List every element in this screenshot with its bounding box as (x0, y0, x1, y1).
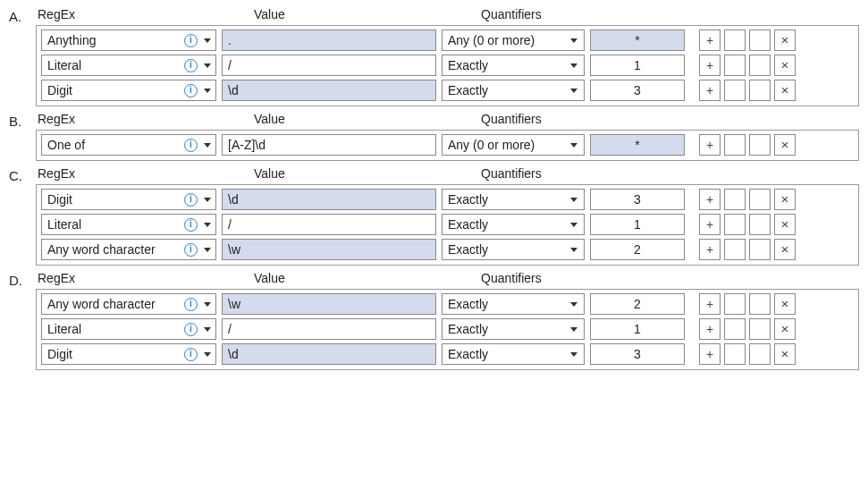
delete-button[interactable]: × (774, 239, 796, 260)
regex-dropdown[interactable]: Literali (41, 318, 216, 340)
delete-button[interactable]: × (774, 134, 796, 156)
move-up-button[interactable] (724, 134, 746, 156)
quantifier-dropdown-label: Any (0 or more) (448, 138, 535, 152)
row-actions: +× (699, 134, 796, 156)
section-content: RegExValueQuantifiersAnythingi.Any (0 or… (36, 7, 859, 106)
add-button[interactable]: + (699, 318, 721, 340)
move-up-button[interactable] (724, 293, 746, 315)
add-button[interactable]: + (699, 80, 721, 101)
quantifier-dropdown[interactable]: Exactly (442, 318, 585, 340)
regex-dropdown[interactable]: One ofi (41, 134, 216, 156)
info-icon[interactable]: i (184, 193, 198, 207)
section: B.RegExValueQuantifiersOne ofi[A-Z]\dAny… (9, 112, 859, 161)
add-button[interactable]: + (699, 293, 721, 315)
info-icon[interactable]: i (184, 348, 198, 361)
quantifier-dropdown[interactable]: Exactly (442, 189, 585, 210)
delete-button[interactable]: × (774, 293, 796, 315)
move-down-button[interactable] (749, 30, 771, 51)
add-button[interactable]: + (699, 30, 721, 51)
move-up-button[interactable] (724, 80, 746, 101)
delete-button[interactable]: × (774, 343, 796, 365)
move-down-button[interactable] (749, 293, 771, 315)
move-down-button[interactable] (749, 318, 771, 340)
regex-dropdown[interactable]: Any word characteri (41, 293, 216, 315)
plus-icon: + (706, 58, 713, 72)
move-down-button[interactable] (749, 55, 771, 76)
count-field[interactable]: 1 (590, 55, 685, 76)
move-up-button[interactable] (724, 318, 746, 340)
regex-dropdown[interactable]: Digiti (41, 80, 216, 101)
add-button[interactable]: + (699, 343, 721, 365)
quantifier-dropdown[interactable]: Exactly (442, 214, 585, 235)
info-icon[interactable]: i (184, 84, 198, 97)
move-up-button[interactable] (724, 189, 746, 210)
value-field[interactable]: [A-Z]\d (222, 134, 436, 156)
info-icon[interactable]: i (184, 298, 198, 311)
section-letter: C. (9, 166, 36, 183)
quantifier-dropdown[interactable]: Any (0 or more) (442, 30, 585, 51)
count-field[interactable]: 3 (590, 80, 685, 101)
move-down-button[interactable] (749, 214, 771, 235)
row-actions: +× (699, 343, 796, 365)
quantifier-dropdown[interactable]: Exactly (442, 343, 585, 365)
info-icon[interactable]: i (184, 243, 198, 257)
value-field[interactable]: / (222, 55, 436, 76)
value-field[interactable]: / (222, 318, 436, 340)
add-button[interactable]: + (699, 214, 721, 235)
caret-down-icon (570, 89, 577, 93)
regex-dropdown[interactable]: Digiti (41, 189, 216, 210)
add-button[interactable]: + (699, 189, 721, 210)
caret-down-icon (204, 143, 211, 148)
delete-button[interactable]: × (774, 80, 796, 101)
count-field[interactable]: 2 (590, 293, 685, 315)
quantifier-dropdown[interactable]: Exactly (442, 239, 585, 260)
section-letter: B. (9, 112, 36, 129)
regex-dropdown[interactable]: Digiti (41, 343, 216, 365)
info-icon[interactable]: i (184, 34, 198, 47)
regex-dropdown[interactable]: Literali (41, 214, 216, 235)
add-button[interactable]: + (699, 239, 721, 260)
quantifier-dropdown[interactable]: Exactly (442, 80, 585, 101)
move-up-button[interactable] (724, 239, 746, 260)
info-icon[interactable]: i (184, 218, 198, 232)
count-field[interactable]: 3 (590, 343, 685, 365)
count-field[interactable]: 2 (590, 239, 685, 260)
move-up-button[interactable] (724, 214, 746, 235)
triangle-up-icon (729, 350, 740, 359)
quantifier-dropdown[interactable]: Exactly (442, 55, 585, 76)
move-down-button[interactable] (749, 189, 771, 210)
delete-button[interactable]: × (774, 214, 796, 235)
info-icon[interactable]: i (184, 323, 198, 336)
count-field[interactable]: 3 (590, 189, 685, 210)
regex-dropdown[interactable]: Literali (41, 55, 216, 76)
move-down-button[interactable] (749, 134, 771, 156)
count-field: * (590, 134, 685, 156)
move-down-button[interactable] (749, 343, 771, 365)
regex-dropdown[interactable]: Any word characteri (41, 239, 216, 260)
close-icon: × (780, 33, 788, 47)
caret-down-icon (204, 352, 211, 357)
count-field[interactable]: 1 (590, 214, 685, 235)
move-down-button[interactable] (749, 239, 771, 260)
quantifier-dropdown[interactable]: Exactly (442, 293, 585, 315)
add-button[interactable]: + (699, 134, 721, 156)
rows-container: Anythingi.Any (0 or more)*+×Literali/Exa… (36, 25, 859, 106)
delete-button[interactable]: × (774, 189, 796, 210)
plus-icon: + (706, 217, 713, 232)
triangle-down-icon (754, 140, 765, 149)
delete-button[interactable]: × (774, 318, 796, 340)
delete-button[interactable]: × (774, 30, 796, 51)
close-icon: × (780, 192, 788, 207)
delete-button[interactable]: × (774, 55, 796, 76)
move-up-button[interactable] (724, 343, 746, 365)
move-down-button[interactable] (749, 80, 771, 101)
info-icon[interactable]: i (184, 59, 198, 72)
move-up-button[interactable] (724, 55, 746, 76)
regex-dropdown[interactable]: Anythingi (41, 30, 216, 51)
quantifier-dropdown[interactable]: Any (0 or more) (442, 134, 585, 156)
info-icon[interactable]: i (184, 139, 198, 152)
value-field[interactable]: / (222, 214, 436, 235)
add-button[interactable]: + (699, 55, 721, 76)
move-up-button[interactable] (724, 30, 746, 51)
count-field[interactable]: 1 (590, 318, 685, 340)
